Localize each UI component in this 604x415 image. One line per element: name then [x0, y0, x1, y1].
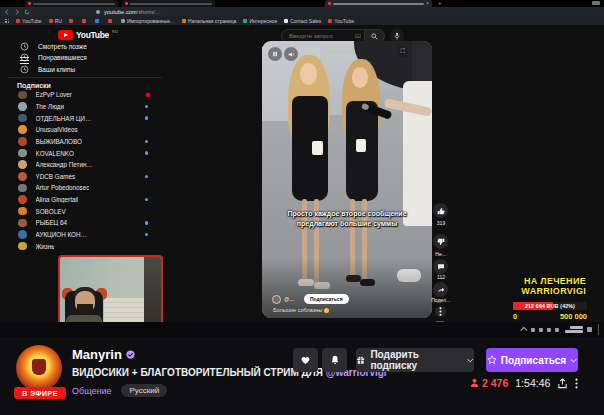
subscription-channel-item[interactable]: АУКЦИОН КОН… — [0, 229, 170, 241]
tray-icon[interactable] — [539, 328, 543, 332]
sidebar-menu: Смотреть позже Понравившиеся Ваши клипы — [0, 41, 170, 75]
stream-stats-row: 2 476 1:54:46 — [470, 377, 578, 389]
subscription-channel-item[interactable]: EzPvP Lover — [0, 89, 170, 101]
video-subtitles: Просто каждое второе сообщение предлагаю… — [266, 209, 428, 229]
channel-avatar[interactable] — [16, 345, 62, 391]
keyboard-icon[interactable] — [355, 34, 361, 38]
new-content-dot — [145, 175, 149, 179]
channel-avatar — [18, 160, 27, 169]
menu-item-label: Ваши клипы — [38, 66, 75, 73]
url-host: youtube.com — [104, 9, 137, 15]
sidebar-menu-item[interactable]: Ваши клипы — [0, 64, 170, 75]
like-button[interactable] — [433, 203, 448, 218]
bookmark-item[interactable]: Интересное — [243, 18, 277, 24]
reload-icon[interactable] — [24, 9, 30, 15]
channel-name: UnusualVideos — [36, 126, 78, 133]
sidebar-menu-item[interactable]: Понравившиеся — [0, 52, 170, 63]
bookmark-item[interactable] — [95, 19, 101, 23]
site-info-icon[interactable] — [96, 10, 100, 14]
channel-name: ВЫЖИВАЛОВО — [36, 138, 82, 145]
channel-name: Жизнь — [36, 243, 55, 250]
coffee-cup — [356, 139, 366, 152]
new-tab-button[interactable]: + — [438, 0, 442, 7]
subscribe-button[interactable]: Подписаться — [486, 348, 578, 372]
bookmark-item[interactable] — [108, 19, 114, 23]
tray-expand-icon[interactable] — [520, 327, 527, 334]
shorts-channel-avatar[interactable] — [272, 295, 281, 304]
apps-grid-icon[interactable] — [5, 19, 9, 23]
tray-icon[interactable] — [531, 328, 535, 332]
gift-sub-button[interactable]: Подарить подписку — [356, 348, 474, 372]
volume-icon — [288, 51, 295, 58]
subscription-channel-item[interactable]: The Люди — [0, 101, 170, 113]
subscription-channel-item[interactable]: KOVALENKO — [0, 147, 170, 159]
show-desktop-edge[interactable] — [598, 324, 600, 335]
channel-avatar — [18, 137, 27, 146]
category-link[interactable]: Общение — [72, 386, 111, 396]
bookmark-item[interactable]: YouTube — [16, 18, 42, 24]
menu-item-label: Понравившиеся — [38, 54, 87, 61]
subscription-channel-item[interactable]: ВЫЖИВАЛОВО — [0, 136, 170, 148]
forward-icon[interactable] — [14, 9, 20, 15]
bookmark-item[interactable]: Начальная страница — [182, 18, 236, 24]
verified-badge-icon — [126, 350, 136, 360]
window-controls[interactable] — [592, 1, 600, 5]
browser-tab-active[interactable]: × — [325, 0, 432, 7]
system-tray — [522, 322, 600, 337]
subscription-channel-item[interactable]: Александр Петин… — [0, 159, 170, 171]
dislike-button[interactable] — [433, 234, 448, 249]
bookmark-favicon — [49, 19, 53, 23]
browser-tabstrip: × + — [0, 0, 604, 7]
language-tag[interactable]: Русский — [121, 384, 167, 397]
subscription-channel-item[interactable]: SOBOLEV — [0, 205, 170, 217]
volume-button[interactable] — [284, 47, 298, 61]
channel-avatar — [18, 102, 27, 111]
shorts-subscribe-button[interactable]: Подписаться — [304, 294, 349, 304]
comments-button[interactable] — [433, 259, 448, 274]
url-bar[interactable]: youtube.com/shorts/… — [104, 9, 161, 15]
stream-title-text: ВИДОСИКИ + БЛАГОТВОРИТЕЛЬНЫЙ СТРИМ ДЛЯ — [72, 367, 326, 378]
subscription-channel-item[interactable]: ОТДЕЛЬНАЯ ЦИ… — [0, 112, 170, 124]
subscription-channel-item[interactable]: РЫБЕЦ 64 — [0, 217, 170, 229]
youtube-logo[interactable]: YouTube RU — [58, 30, 118, 40]
subscription-channel-item[interactable]: Жизнь — [0, 240, 170, 252]
follow-button[interactable] — [293, 348, 318, 372]
bookmark-item[interactable] — [82, 19, 88, 23]
player-menu-icon[interactable]: ⛶ — [397, 46, 408, 57]
mic-icon — [394, 32, 400, 40]
shorts-video-player[interactable]: Просто каждое второе сообщение предлагаю… — [262, 41, 432, 318]
bookmark-label: Интересное — [249, 18, 277, 24]
notifications-icon[interactable] — [587, 327, 592, 332]
browser-tab[interactable] — [25, 0, 118, 7]
more-options-button[interactable] — [435, 306, 446, 317]
bookmark-item[interactable]: RU — [49, 18, 62, 24]
subscription-channel-item[interactable]: Artur Pobedonosec — [0, 182, 170, 194]
notifications-button[interactable] — [322, 348, 347, 372]
share-stream-button[interactable] — [557, 378, 568, 389]
tab-close-icon[interactable]: × — [426, 1, 429, 6]
tray-clock[interactable] — [565, 326, 583, 333]
shorts-description[interactable]: Большие соблазны — [273, 307, 329, 313]
new-content-dot — [145, 233, 149, 237]
more-options-button[interactable] — [575, 378, 578, 389]
bookmark-item[interactable]: Contact Sales — [284, 18, 321, 24]
channel-name[interactable]: Manyrin — [72, 347, 122, 362]
new-content-dot — [145, 221, 149, 225]
browser-tab[interactable] — [122, 0, 215, 7]
shorts-channel-handle[interactable]: @… — [284, 296, 295, 302]
subscription-channel-item[interactable]: YDCB Games — [0, 170, 170, 182]
pause-button[interactable] — [268, 47, 282, 61]
bookmark-item[interactable]: YouTube — [328, 18, 354, 24]
bookmark-favicon — [182, 19, 186, 23]
channel-avatar — [18, 172, 27, 181]
bookmark-item[interactable] — [69, 19, 75, 23]
subscription-channel-item[interactable]: Alina Gingertail — [0, 194, 170, 206]
back-icon[interactable] — [4, 9, 10, 15]
bookmark-item[interactable]: Импортированные… — [121, 18, 175, 24]
tray-icon[interactable] — [547, 328, 551, 332]
sidebar-menu-item[interactable]: Смотреть позже — [0, 41, 170, 52]
subscription-channel-item[interactable]: UnusualVideos — [0, 124, 170, 136]
tray-icon[interactable] — [555, 328, 559, 332]
bookmark-favicon — [328, 19, 332, 23]
new-content-dot — [145, 116, 149, 120]
